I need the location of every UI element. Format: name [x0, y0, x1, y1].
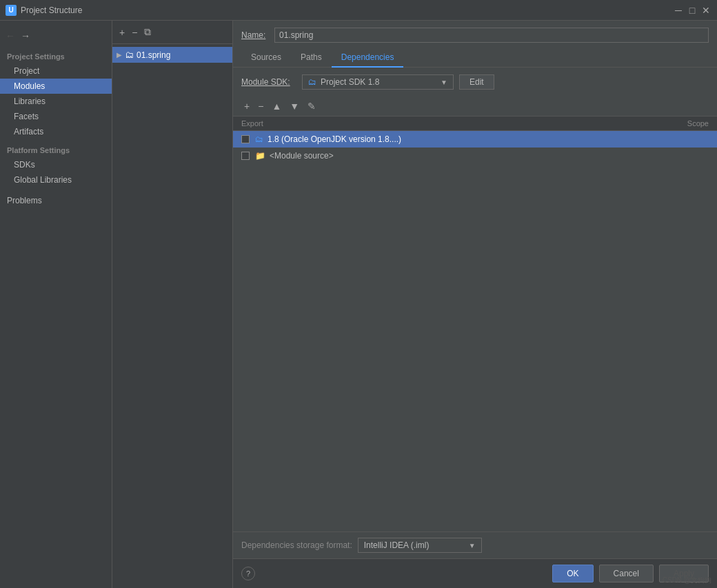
tabs-bar: Sources Paths Dependencies — [233, 48, 717, 68]
storage-value: IntelliJ IDEA (.iml) — [364, 540, 466, 550]
sidebar-item-sdks[interactable]: SDKs — [0, 157, 112, 172]
dep-table-header: Export Scope — [233, 116, 717, 131]
window-title: Project Structure — [21, 6, 673, 15]
sdk-select[interactable]: 🗂 Project SDK 1.8 ▼ — [302, 74, 454, 90]
storage-dropdown-arrow-icon: ▼ — [469, 542, 476, 549]
move-up-button[interactable]: ▲ — [269, 99, 284, 113]
storage-row: Dependencies storage format: IntelliJ ID… — [233, 531, 717, 558]
sidebar-item-libraries[interactable]: Libraries — [0, 94, 112, 109]
ok-button[interactable]: OK — [552, 565, 593, 582]
dep-jdk-icon: 🗂 — [255, 134, 263, 144]
module-panel: + − ⧉ ▶ 🗂 01.spring — [112, 21, 233, 588]
tab-paths[interactable]: Paths — [291, 48, 332, 68]
name-row: Name: — [233, 21, 717, 48]
app-icon: U — [6, 5, 17, 16]
add-dep-button[interactable]: + — [241, 99, 252, 113]
nav-back-button[interactable]: ← — [4, 29, 17, 43]
dep-checkbox-jdk[interactable] — [241, 135, 250, 143]
tree-arrow-icon: ▶ — [117, 51, 122, 59]
dep-table: Export Scope 🗂 1.8 (Oracle OpenJDK versi… — [233, 116, 717, 324]
sidebar-nav: ← → — [0, 26, 112, 48]
dep-toolbar: + − ▲ ▼ ✎ — [233, 97, 717, 116]
edit-dep-button[interactable]: ✎ — [305, 99, 319, 113]
footer: ? OK Cancel Apply — [233, 558, 717, 588]
dep-module-source-icon: 📁 — [255, 151, 265, 161]
sidebar-item-problems[interactable]: Problems — [0, 193, 112, 208]
table-row[interactable]: 🗂 1.8 (Oracle OpenJDK version 1.8....) — [233, 131, 717, 148]
remove-dep-button[interactable]: − — [255, 99, 266, 113]
sdk-edit-button[interactable]: Edit — [459, 74, 494, 90]
name-label: Name: — [241, 30, 269, 40]
sidebar-item-artifacts[interactable]: Artifacts — [0, 124, 112, 139]
storage-label: Dependencies storage format: — [241, 540, 352, 550]
sdk-value: Project SDK 1.8 — [321, 77, 436, 87]
tree-item-spring[interactable]: ▶ 🗂 01.spring — [112, 47, 232, 63]
title-bar-controls: ─ □ ✕ — [673, 5, 711, 16]
module-tree: ▶ 🗂 01.spring — [112, 44, 232, 65]
maximize-button[interactable]: □ — [687, 5, 698, 16]
sdk-icon: 🗂 — [308, 77, 316, 87]
tree-item-label: 01.spring — [137, 50, 170, 60]
add-module-button[interactable]: + — [117, 26, 128, 39]
header-name — [283, 119, 654, 128]
close-button[interactable]: ✕ — [700, 5, 711, 16]
header-scope: Scope — [654, 119, 709, 128]
sdk-row: Module SDK: 🗂 Project SDK 1.8 ▼ Edit — [233, 68, 717, 97]
sdk-label: Module SDK: — [241, 77, 296, 87]
tab-dependencies[interactable]: Dependencies — [332, 48, 404, 68]
content-spacer — [233, 324, 717, 531]
minimize-button[interactable]: ─ — [673, 5, 684, 16]
dep-module-source-name: <Module source> — [270, 151, 654, 161]
sidebar-item-project[interactable]: Project — [0, 63, 112, 79]
watermark: CSDN @文狗狗 — [663, 576, 711, 585]
header-export: Export — [241, 119, 283, 128]
sdk-dropdown-arrow-icon: ▼ — [441, 79, 447, 86]
remove-module-button[interactable]: − — [129, 26, 140, 39]
title-bar: U Project Structure ─ □ ✕ — [0, 0, 717, 21]
content-area: Name: Sources Paths Dependencies Module … — [233, 21, 717, 588]
storage-select[interactable]: IntelliJ IDEA (.iml) ▼ — [358, 538, 482, 553]
sidebar-item-global-libraries[interactable]: Global Libraries — [0, 172, 112, 187]
sidebar: ← → Project Settings Project Modules Lib… — [0, 21, 112, 588]
table-row[interactable]: 📁 <Module source> — [233, 148, 717, 164]
nav-forward-button[interactable]: → — [19, 29, 32, 43]
main-layout: ← → Project Settings Project Modules Lib… — [0, 21, 717, 588]
cancel-button[interactable]: Cancel — [599, 565, 654, 582]
tab-sources[interactable]: Sources — [241, 48, 291, 68]
dep-jdk-name: 1.8 (Oracle OpenJDK version 1.8....) — [267, 134, 654, 144]
help-button[interactable]: ? — [241, 567, 255, 580]
module-name-input[interactable] — [274, 28, 709, 43]
sidebar-item-facets[interactable]: Facets — [0, 109, 112, 124]
module-toolbar: + − ⧉ — [112, 21, 232, 44]
project-settings-label: Project Settings — [0, 48, 112, 63]
sidebar-item-modules[interactable]: Modules — [0, 79, 112, 94]
module-folder-icon: 🗂 — [125, 50, 134, 60]
dep-checkbox-module-source[interactable] — [241, 152, 250, 160]
copy-module-button[interactable]: ⧉ — [141, 25, 154, 39]
platform-settings-label: Platform Settings — [0, 139, 112, 157]
move-down-button[interactable]: ▼ — [287, 99, 302, 113]
